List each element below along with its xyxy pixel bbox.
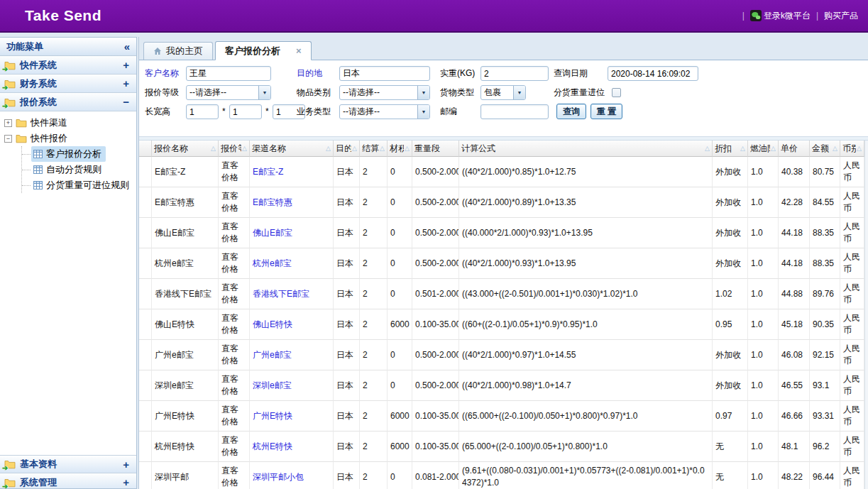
business-type-label: 业务类型 <box>297 104 331 119</box>
channel-link[interactable]: E邮宝-Z <box>253 167 283 177</box>
login-kwei-link[interactable]: 登录k微平台 <box>750 10 811 22</box>
column-header-7[interactable]: 计算公式△ <box>459 141 713 157</box>
search-button[interactable]: 查询 <box>556 104 586 119</box>
row-indicator-cell <box>139 340 152 370</box>
cell-fuel: 1.0 <box>748 432 779 462</box>
channel-link[interactable]: 广州E特快 <box>253 411 292 421</box>
tab-customer-quote-analysis[interactable]: 客户报价分析 × <box>215 41 312 60</box>
cell-formula: (65.000+((2-0.100)/0.05+1)*0.800)*1.0 <box>459 432 713 462</box>
table-row[interactable]: 佛山E特快直客价格佛山E特快日本260000.100-35.000((60+((… <box>139 309 864 340</box>
sidebar-section-express-system[interactable]: ➔ 快件系统 + <box>0 56 136 75</box>
cell-currency: 人民币 <box>840 462 864 489</box>
table-row[interactable]: 深圳平邮直客价格深圳平邮小包日本200.081-2.000(9.61+((0.0… <box>139 462 864 489</box>
column-header-11[interactable]: 金额△ <box>810 141 840 157</box>
table-row[interactable]: 杭州E特快直客价格杭州E特快日本260000.100-35.000(65.000… <box>139 432 864 462</box>
cargo-type-select[interactable]: 包裹 ▼ <box>480 85 526 100</box>
row-indicator-cell <box>139 248 152 279</box>
row-indicator-cell <box>139 370 152 401</box>
column-header-5[interactable]: 材积重△ <box>388 141 412 157</box>
channel-link[interactable]: 佛山E特快 <box>253 319 292 329</box>
column-header-1[interactable]: 报价等级△ <box>219 141 250 157</box>
table-row[interactable]: 广州E特快直客价格广州E特快日本260000.100-35.000((65.00… <box>139 401 864 432</box>
table-row[interactable]: 佛山E邮宝直客价格佛山E邮宝日本200.500-2.000((40.000*2/… <box>139 218 864 248</box>
sidebar-section-basic-data[interactable]: ➔ 基本资料 + <box>0 455 136 473</box>
tree-node-express-channel[interactable]: + 快件渠道 <box>0 115 136 131</box>
close-tab-icon[interactable]: × <box>296 48 302 55</box>
cell-price: 46.08 <box>779 340 810 370</box>
row-indicator-cell <box>139 157 152 187</box>
table-row[interactable]: 深圳e邮宝直客价格深圳e邮宝日本200.500-2.000((40*2/1.00… <box>139 370 864 401</box>
column-header-9[interactable]: 燃油附加△ <box>748 141 779 157</box>
sidebar-section-finance-system[interactable]: ➔ 财务系统 + <box>0 75 136 93</box>
row-indicator-header <box>139 141 152 157</box>
channel-link[interactable]: E邮宝特惠 <box>253 197 292 207</box>
quote-grade-select[interactable]: --请选择-- ▼ <box>186 85 271 100</box>
cell-channel: 佛山E特快 <box>250 309 334 340</box>
table-row[interactable]: 香港线下E邮宝直客价格香港线下E邮宝日本200.501-2.000((43.00… <box>139 279 864 309</box>
tree-leaf-customer-quote-analysis[interactable]: 客户报价分析 <box>22 146 136 162</box>
wechat-icon <box>750 10 762 21</box>
channel-link[interactable]: 佛山E邮宝 <box>253 228 292 238</box>
cell-volume: 0 <box>388 248 412 279</box>
split-weight-carry-checkbox[interactable] <box>612 88 621 97</box>
item-category-select[interactable]: --请选择-- ▼ <box>339 85 430 100</box>
sidebar-section-quote-system[interactable]: ➔ 报价系统 − <box>0 93 136 111</box>
tree-leaf-auto-split-rules[interactable]: 自动分货规则 <box>22 162 136 177</box>
buy-product-link[interactable]: 购买产品 <box>824 10 858 22</box>
table-row[interactable]: E邮宝-Z直客价格E邮宝-Z日本200.500-2.000((40*2/1.00… <box>139 157 864 187</box>
weight-input[interactable] <box>480 66 549 81</box>
tree-leaf-split-weight-round-rules[interactable]: 分货重量可进位规则 <box>22 177 136 193</box>
expand-plus-icon[interactable]: + <box>123 59 129 71</box>
channel-link[interactable]: 深圳平邮小包 <box>253 472 304 482</box>
chevron-down-icon[interactable]: ▼ <box>258 86 270 99</box>
customer-name-input[interactable] <box>186 66 271 81</box>
column-header-3[interactable]: 目的地△ <box>334 141 360 157</box>
query-date-input[interactable] <box>608 66 698 81</box>
column-header-0[interactable]: 报价名称△ <box>152 141 219 157</box>
channel-link[interactable]: 杭州e邮宝 <box>253 258 292 268</box>
vertical-scrollbar[interactable] <box>864 141 868 489</box>
channel-link[interactable]: 深圳e邮宝 <box>253 380 292 390</box>
cell-grade: 直客价格 <box>219 432 250 462</box>
business-type-select[interactable]: --请选择-- ▼ <box>339 104 430 119</box>
column-header-6[interactable]: 重量段 <box>412 141 459 157</box>
table-row[interactable]: 杭州e邮宝直客价格杭州e邮宝日本200.500-2.000((40*2/1.00… <box>139 248 864 279</box>
chevron-down-icon[interactable]: ▼ <box>417 105 429 119</box>
column-header-4[interactable]: 结算重△ <box>360 141 388 157</box>
reset-button[interactable]: 重 置 <box>590 104 622 119</box>
zip-code-input[interactable] <box>480 104 549 119</box>
expand-plus-icon[interactable]: + <box>123 77 129 89</box>
width-input[interactable] <box>229 104 262 119</box>
channel-link[interactable]: 广州e邮宝 <box>253 350 292 360</box>
tab-my-homepage[interactable]: 我的主页 <box>143 42 213 60</box>
column-label: 结算重 <box>362 143 379 155</box>
column-header-2[interactable]: 渠道名称△ <box>250 141 334 157</box>
cell-dest: 日本 <box>334 370 360 401</box>
cell-amount: 84.55 <box>810 187 840 218</box>
collapse-sidebar-icon[interactable]: « <box>124 40 130 53</box>
tree-collapse-icon[interactable]: − <box>4 135 12 143</box>
table-row[interactable]: 广州e邮宝直客价格广州e邮宝日本200.500-2.000((40*2/1.00… <box>139 340 864 370</box>
cell-currency: 人民币 <box>840 432 864 462</box>
dims-separator: * <box>265 104 269 119</box>
cell-dest: 日本 <box>334 187 360 218</box>
tree-expand-icon[interactable]: + <box>4 119 12 127</box>
column-header-10[interactable]: 单价 <box>779 141 810 157</box>
expand-plus-icon[interactable]: + <box>123 458 129 471</box>
chevron-down-icon[interactable]: ▼ <box>513 86 525 99</box>
query-form: 客户名称 目的地 实重(KG) 查询日期 报价等级 --请选择-- ▼ 物品类别… <box>139 60 868 136</box>
channel-link[interactable]: 香港线下E邮宝 <box>253 289 309 299</box>
tree-node-express-quote[interactable]: − 快件报价 <box>0 131 136 146</box>
table-row[interactable]: E邮宝特惠直客价格E邮宝特惠日本200.500-2.000((40*2/1.00… <box>139 187 864 218</box>
cell-formula: ((40*2/1.000)*0.97)*1.0+14.55 <box>459 340 713 370</box>
column-header-12[interactable]: 币别△ <box>840 141 864 157</box>
length-input[interactable] <box>186 104 219 119</box>
expand-plus-icon[interactable]: + <box>123 476 129 488</box>
sidebar-section-system-admin[interactable]: ➔ 系统管理 + <box>0 473 136 489</box>
column-header-8[interactable]: 折扣△ <box>713 141 748 157</box>
cell-volume: 6000 <box>388 309 412 340</box>
collapse-minus-icon[interactable]: − <box>123 96 129 108</box>
channel-link[interactable]: 杭州E特快 <box>253 441 292 451</box>
destination-input[interactable] <box>339 66 430 81</box>
chevron-down-icon[interactable]: ▼ <box>417 86 429 99</box>
